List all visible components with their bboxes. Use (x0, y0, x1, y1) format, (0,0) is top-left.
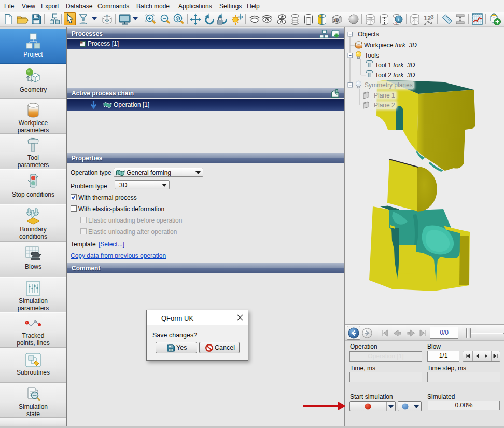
svg-text:12: 12 (424, 14, 431, 22)
svg-text:3: 3 (431, 14, 434, 20)
svg-text:i: i (398, 17, 400, 22)
svg-text:3D: 3D (333, 18, 339, 23)
